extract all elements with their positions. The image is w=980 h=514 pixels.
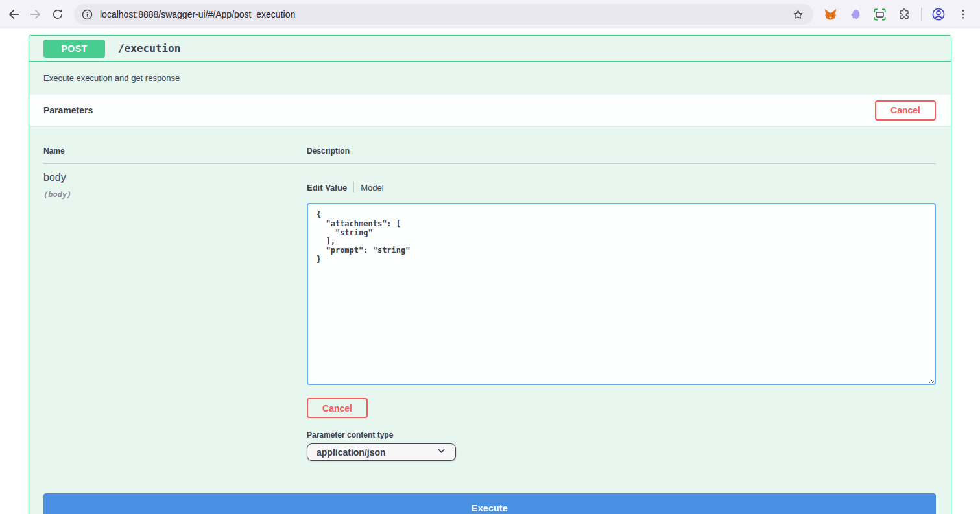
phantom-ghost-icon[interactable]: [847, 6, 863, 22]
parameters-title: Parameters: [43, 105, 93, 115]
forward-button[interactable]: [25, 3, 47, 25]
content-type-select[interactable]: application/json: [307, 443, 456, 461]
extensions-area: [822, 6, 971, 22]
back-arrow-icon: [6, 7, 21, 21]
param-name-cell: body (body): [43, 164, 307, 461]
metamask-fox-icon[interactable]: [822, 6, 838, 22]
back-button[interactable]: [3, 3, 25, 25]
param-description-cell: Edit Value Model { "attachments": [ "str…: [307, 164, 936, 461]
try-out-cancel-button[interactable]: Cancel: [875, 100, 936, 121]
endpoint-path: /execution: [118, 42, 180, 54]
screen-capture-icon[interactable]: [872, 6, 887, 22]
method-badge: POST: [43, 40, 105, 58]
opblock-summary[interactable]: POST /execution: [29, 36, 951, 62]
parameters-table: Name Description body (body) Edit Value …: [29, 126, 951, 480]
url-bar[interactable]: localhost:8888/swagger-ui/#/App/post_exe…: [74, 4, 813, 25]
body-value-textarea[interactable]: { "attachments": [ "string" ], "prompt":…: [307, 203, 936, 385]
execute-section: Execute: [29, 480, 951, 514]
swagger-page: POST /execution Execute execution and ge…: [0, 29, 980, 513]
toolbar-divider: [921, 8, 922, 21]
content-type-label: Parameter content type: [307, 430, 936, 439]
url-text[interactable]: localhost:8888/swagger-ui/#/App/post_exe…: [100, 9, 789, 19]
description-column-header: Description: [307, 146, 936, 156]
reload-button[interactable]: [47, 3, 69, 25]
param-location: (body): [43, 190, 307, 199]
tab-separator: [353, 182, 354, 193]
body-editor-tabs: Edit Value Model: [307, 182, 936, 193]
browser-toolbar: localhost:8888/swagger-ui/#/App/post_exe…: [0, 0, 980, 29]
param-name: body: [43, 172, 307, 183]
profile-avatar-icon[interactable]: [931, 6, 946, 22]
forward-arrow-icon: [29, 7, 43, 21]
param-row-body: body (body) Edit Value Model { "attachme…: [43, 164, 936, 480]
opblock-post-execution: POST /execution Execute execution and ge…: [29, 35, 951, 514]
name-column-header: Name: [43, 146, 307, 156]
chevron-down-icon: [436, 446, 446, 458]
site-info-icon[interactable]: [78, 5, 96, 23]
reload-icon: [51, 8, 64, 21]
three-dot-menu-icon[interactable]: [955, 6, 971, 22]
content-type-value: application/json: [317, 447, 386, 458]
tab-edit-value[interactable]: Edit Value: [307, 183, 347, 193]
endpoint-description: Execute execution and get response: [29, 62, 951, 95]
editor-cancel-button[interactable]: Cancel: [307, 398, 368, 418]
parameters-section-header: Parameters Cancel: [29, 95, 951, 126]
execute-button[interactable]: Execute: [43, 493, 936, 514]
bookmark-star-icon[interactable]: [789, 5, 807, 23]
parameters-table-header: Name Description: [43, 126, 936, 164]
extensions-puzzle-icon[interactable]: [896, 6, 912, 22]
tab-model[interactable]: Model: [361, 183, 383, 193]
